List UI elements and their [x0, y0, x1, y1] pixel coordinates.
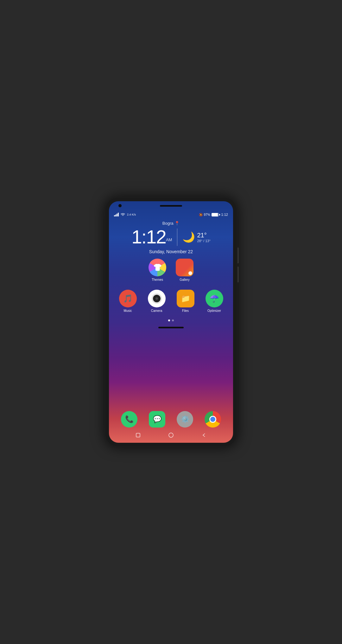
phone-call-icon: 📞 [121, 411, 137, 428]
navigation-bar [109, 430, 233, 440]
clock-ampm: AM [166, 237, 172, 242]
clock-location: Bogra 📍 [109, 221, 233, 226]
dock-item-messages[interactable]: 💬 [149, 411, 165, 428]
music-icon: 🎵 [119, 290, 137, 307]
settings-icon: ⚙️ [177, 411, 193, 428]
speaker-grille [160, 205, 182, 207]
camera-label: Camera [151, 309, 162, 312]
clock-weather: 21° 28° / 13° [197, 232, 210, 243]
optimizer-label: Optimizer [207, 309, 221, 312]
app-item-camera[interactable]: Camera [144, 290, 169, 312]
clock-widget: Bogra 📍 1:12 AM 🌙 21° 28° / 13° Sunday, … [109, 218, 233, 255]
app-item-themes[interactable]: 👕 Themes [149, 259, 166, 281]
app-item-files[interactable]: 📁 Files [173, 290, 198, 312]
dock-item-chrome[interactable] [205, 411, 221, 428]
clock-date: Sunday, November 22 [109, 249, 233, 254]
volume-up-button[interactable] [238, 248, 239, 263]
themes-icon: 👕 [149, 259, 166, 276]
weather-temperature: 21° [197, 232, 206, 239]
phone-screen: 2.4 K/s 🔕 97% 1:12 Bogra 📍 [109, 201, 233, 443]
recent-apps-button[interactable] [134, 431, 142, 439]
gallery-label: Gallery [180, 278, 190, 281]
volume-down-button[interactable] [238, 267, 239, 282]
gallery-dot [188, 271, 192, 275]
status-time: 1:12 [221, 213, 228, 216]
battery-icon [212, 213, 220, 216]
location-pin-icon: 📍 [174, 221, 180, 226]
optimizer-umbrella-icon: ☂️ [210, 294, 219, 303]
phone-top-hardware [109, 201, 233, 210]
themes-label: Themes [152, 278, 163, 281]
bottom-speaker-grille [158, 327, 184, 328]
messages-icon: 💬 [149, 411, 165, 428]
status-bar-right: 🔕 97% 1:12 [199, 213, 228, 216]
page-dot-1 [172, 319, 174, 321]
status-bar-left: 2.4 K/s [114, 213, 136, 216]
dock: 📞 💬 ⚙️ [109, 409, 233, 429]
home-button[interactable] [167, 431, 175, 439]
page-dots [109, 319, 233, 321]
svg-point-1 [169, 433, 173, 437]
camera-icon [148, 290, 166, 307]
music-label: Music [124, 309, 132, 312]
phone-device: 2.4 K/s 🔕 97% 1:12 Bogra 📍 [104, 197, 238, 447]
weather-range: 28° / 13° [197, 239, 210, 243]
music-note-icon: 🎵 [123, 294, 133, 303]
clock-divider [177, 229, 177, 246]
app-item-gallery[interactable]: Gallery [176, 259, 193, 281]
page-dot-0 [168, 319, 170, 321]
camera-lens [153, 295, 161, 302]
themes-shirt-icon: 👕 [153, 263, 162, 272]
files-label: Files [182, 309, 189, 312]
front-camera [118, 204, 122, 207]
app-item-music[interactable]: 🎵 Music [115, 290, 140, 312]
phone-bottom-hardware [109, 324, 233, 331]
weather-moon-icon: 🌙 [182, 231, 195, 243]
optimizer-icon: ☂️ [206, 290, 223, 307]
clock-time: 1:12 [131, 228, 166, 247]
files-folder-icon: 📁 [181, 294, 190, 303]
app-row-1: 👕 Themes Gallery [109, 255, 233, 281]
app-item-optimizer[interactable]: ☂️ Optimizer [202, 290, 227, 312]
svg-rect-0 [136, 433, 140, 437]
back-button[interactable] [200, 431, 208, 439]
app-row-2: 🎵 Music Camera 📁 Files [109, 287, 233, 316]
wifi-icon [121, 213, 125, 216]
clock-time-row: 1:12 AM 🌙 21° 28° / 13° [109, 228, 233, 247]
gallery-icon [176, 259, 193, 276]
signal-icon [114, 213, 119, 216]
files-icon: 📁 [177, 290, 194, 307]
dock-item-phone[interactable]: 📞 [121, 411, 137, 428]
mute-icon: 🔕 [199, 213, 203, 216]
network-speed: 2.4 K/s [127, 213, 136, 216]
battery-percent: 97% [204, 213, 210, 216]
status-bar: 2.4 K/s 🔕 97% 1:12 [109, 210, 233, 218]
chrome-icon [205, 411, 221, 428]
dock-item-settings[interactable]: ⚙️ [177, 411, 193, 428]
chrome-inner-circle [209, 416, 216, 423]
